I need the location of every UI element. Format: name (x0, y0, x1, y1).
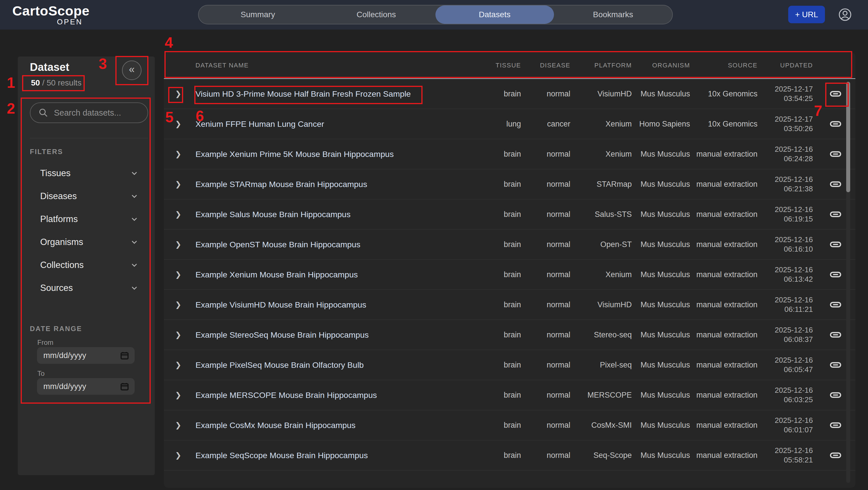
row-expand-chevron-icon[interactable]: ❯ (169, 330, 187, 339)
dataset-name[interactable]: Visium HD 3-Prime Mouse Half Brain Fresh… (187, 89, 475, 99)
copy-link-icon[interactable] (813, 449, 849, 461)
tab-datasets[interactable]: Datasets (435, 5, 554, 24)
table-row[interactable]: ❯Example Xenium Prime 5K Mouse Brain Hip… (164, 139, 856, 169)
copy-link-icon[interactable] (813, 268, 849, 281)
table-row[interactable]: ❯Example STARmap Mouse Brain Hippocampus… (164, 169, 856, 199)
filter-collections[interactable]: Collections (40, 254, 138, 276)
row-expand-chevron-icon[interactable]: ❯ (169, 120, 187, 129)
tab-summary[interactable]: Summary (198, 5, 317, 24)
platform-cell: Open-ST (570, 240, 632, 249)
disease-cell: cancer (521, 120, 570, 129)
dataset-name[interactable]: Example Xenium Prime 5K Mouse Brain Hipp… (187, 150, 475, 159)
dataset-name[interactable]: Example STARmap Mouse Brain Hippocampus (187, 179, 475, 189)
table-row[interactable]: 2025-11-26 (164, 470, 856, 488)
col-header-organism[interactable]: ORGANISM (632, 62, 690, 69)
organism-cell: Mus Musculus (632, 391, 690, 400)
row-expand-chevron-icon[interactable]: ❯ (169, 391, 187, 400)
table-row[interactable]: ❯Visium HD 3-Prime Mouse Half Brain Fres… (164, 79, 856, 109)
col-header-dataset-name[interactable]: DATASET NAME (187, 62, 475, 69)
user-avatar-icon[interactable] (838, 8, 852, 22)
row-expand-chevron-icon[interactable]: ❯ (169, 270, 187, 279)
calendar-icon[interactable] (120, 382, 129, 391)
copy-link-icon[interactable] (813, 389, 849, 401)
add-url-button[interactable]: + URL (788, 6, 825, 23)
table-row[interactable]: ❯Example VisiumHD Mouse Brain Hippocampu… (164, 290, 856, 320)
row-expand-chevron-icon[interactable]: ❯ (169, 180, 187, 189)
copy-link-icon[interactable] (813, 359, 849, 371)
date-from-input[interactable]: mm/dd/yyyy (37, 347, 135, 364)
table-row[interactable]: ❯Example Salus Mouse Brain Hippocampusbr… (164, 199, 856, 229)
tab-bookmarks[interactable]: Bookmarks (554, 5, 673, 24)
tab-collections[interactable]: Collections (317, 5, 436, 24)
dataset-name[interactable]: Example OpenST Mouse Brain Hippocampus (187, 240, 475, 249)
row-expand-chevron-icon[interactable]: ❯ (169, 240, 187, 249)
row-expand-chevron-icon[interactable]: ❯ (169, 210, 187, 219)
dataset-name[interactable]: Xenium FFPE Human Lung Cancer (187, 119, 475, 129)
copy-link-icon[interactable] (813, 419, 849, 431)
filter-organisms[interactable]: Organisms (40, 231, 138, 254)
dataset-name[interactable]: Example Xenium Mouse Brain Hippocampus (187, 270, 475, 280)
table-row[interactable]: ❯Example CosMx Mouse Brain Hippocampusbr… (164, 410, 856, 440)
dataset-name[interactable]: Example CosMx Mouse Brain Hippocampus (187, 421, 475, 430)
table-row[interactable]: ❯Example MERSCOPE Mouse Brain Hippocampu… (164, 380, 856, 410)
tissue-cell: brain (475, 270, 521, 279)
app-logo: CartoScope OPEN (12, 3, 83, 26)
updated-timestamp: 2025-12-1606:21:38 (757, 175, 813, 194)
table-row[interactable]: ❯Example StereoSeq Mouse Brain Hippocamp… (164, 320, 856, 350)
search-input[interactable]: Search datasets... (30, 102, 148, 123)
dataset-name[interactable]: Example MERSCOPE Mouse Brain Hippocampus (187, 390, 475, 400)
row-expand-chevron-icon[interactable]: ❯ (169, 361, 187, 369)
dataset-name[interactable]: Example PixelSeq Mouse Brain Olfactory B… (187, 360, 475, 370)
platform-cell: Xenium (570, 270, 632, 279)
row-expand-chevron-icon[interactable]: ❯ (169, 451, 187, 460)
row-expand-chevron-icon[interactable]: ❯ (169, 421, 187, 430)
tissue-cell: brain (475, 90, 521, 98)
col-header-source[interactable]: SOURCE (690, 62, 757, 69)
sidebar-collapse-button[interactable]: « (122, 61, 142, 80)
dataset-name[interactable]: Example StereoSeq Mouse Brain Hippocampu… (187, 330, 475, 340)
table-row[interactable]: ❯Xenium FFPE Human Lung Cancerlungcancer… (164, 109, 856, 139)
filter-tissues[interactable]: Tissues (40, 162, 138, 185)
copy-link-icon[interactable] (813, 118, 849, 130)
dataset-name[interactable]: Example SeqScope Mouse Brain Hippocampus (187, 451, 475, 460)
table-row[interactable]: ❯Example PixelSeq Mouse Brain Olfactory … (164, 350, 856, 380)
disease-cell: normal (521, 330, 570, 339)
copy-link-icon[interactable] (813, 178, 849, 190)
tissue-cell: brain (475, 391, 521, 400)
table-row[interactable]: ❯Example SeqScope Mouse Brain Hippocampu… (164, 440, 856, 470)
row-expand-chevron-icon[interactable]: ❯ (169, 300, 187, 309)
tissue-cell: brain (475, 180, 521, 189)
copy-link-icon[interactable] (813, 148, 849, 160)
organism-cell: Mus Musculus (632, 180, 690, 189)
date-to-input[interactable]: mm/dd/yyyy (37, 378, 135, 395)
updated-timestamp: 2025-12-1703:50:26 (757, 115, 813, 133)
row-expand-chevron-icon[interactable]: ❯ (169, 90, 187, 98)
copy-link-icon[interactable] (813, 88, 849, 100)
col-header-platform[interactable]: PLATFORM (570, 62, 632, 69)
dataset-name[interactable]: Example VisiumHD Mouse Brain Hippocampus (187, 300, 475, 309)
table-body: ❯Visium HD 3-Prime Mouse Half Brain Fres… (164, 79, 856, 488)
copy-link-icon[interactable] (813, 299, 849, 311)
date-from-label: From (37, 338, 53, 347)
col-header-disease[interactable]: DISEASE (521, 62, 570, 69)
copy-link-icon[interactable] (813, 208, 849, 220)
table-row[interactable]: ❯Example Xenium Mouse Brain Hippocampusb… (164, 260, 856, 290)
filter-diseases[interactable]: Diseases (40, 185, 138, 208)
scrollbar-thumb[interactable] (846, 82, 850, 192)
col-header-updated[interactable]: UPDATED (757, 62, 813, 69)
filter-platforms[interactable]: Platforms (40, 208, 138, 231)
filter-sources[interactable]: Sources (40, 276, 138, 299)
source-cell: 10x Genomics (690, 120, 757, 129)
organism-cell: Mus Musculus (632, 210, 690, 219)
platform-cell: VisiumHD (570, 90, 632, 98)
row-expand-chevron-icon[interactable]: ❯ (169, 150, 187, 159)
calendar-icon[interactable] (120, 351, 129, 360)
copy-link-icon[interactable] (813, 238, 849, 251)
tissue-cell: brain (475, 361, 521, 369)
dataset-name[interactable]: Example Salus Mouse Brain Hippocampus (187, 210, 475, 219)
copy-link-icon[interactable] (813, 329, 849, 341)
results-count: 50 / 50 results (31, 78, 82, 88)
disease-cell: normal (521, 210, 570, 219)
table-row[interactable]: ❯Example OpenST Mouse Brain Hippocampusb… (164, 229, 856, 260)
col-header-tissue[interactable]: TISSUE (475, 62, 521, 69)
